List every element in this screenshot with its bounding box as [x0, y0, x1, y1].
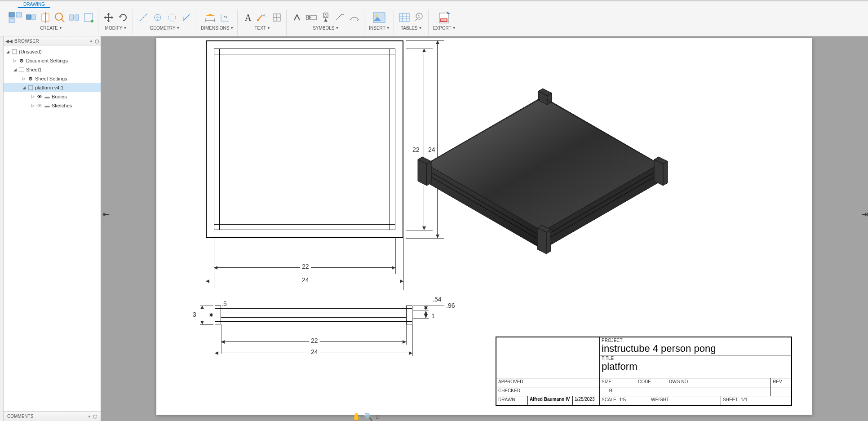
svg-text:xy: xy: [224, 14, 227, 18]
base-view-icon[interactable]: [8, 10, 22, 25]
table-text-icon[interactable]: [271, 12, 283, 23]
folder-icon: ▬: [44, 93, 50, 100]
dim-side-24[interactable]: 24: [309, 348, 320, 355]
group-modify: MODIFY▼: [99, 9, 133, 35]
comments-header[interactable]: COMMENTS ▢: [4, 411, 101, 421]
group-label-text[interactable]: TEXT▼: [255, 26, 270, 31]
centerline-icon[interactable]: [137, 12, 149, 23]
section-view-icon[interactable]: [40, 12, 51, 23]
detail-view-icon[interactable]: [54, 12, 66, 23]
surface-texture-icon[interactable]: [291, 12, 303, 23]
feature-frame-icon[interactable]: [306, 12, 317, 23]
tb-title-label: TITLE: [602, 356, 789, 361]
tree-platform[interactable]: ◢ platform v4:1: [4, 83, 101, 92]
dim-side-54[interactable]: .54: [433, 296, 441, 303]
tb-project-label: PROJECT: [602, 338, 789, 343]
top-view[interactable]: [206, 40, 403, 238]
gear-icon: ⚙: [18, 58, 25, 64]
projected-view-icon[interactable]: [25, 12, 37, 23]
dim-side-96[interactable]: .96: [446, 302, 455, 309]
dim-side-3[interactable]: 3: [193, 311, 196, 318]
group-label-symbols[interactable]: SYMBOLS▼: [313, 26, 339, 31]
table-icon[interactable]: [399, 12, 410, 23]
bend-icon[interactable]: [349, 12, 360, 23]
sketch-icon[interactable]: [83, 12, 94, 23]
dim-side-1[interactable]: 1: [431, 312, 435, 319]
left-handle[interactable]: [0, 36, 4, 421]
dim-top-22h[interactable]: 22: [300, 263, 311, 270]
tb-drawn-date[interactable]: 1/25/2023: [573, 396, 600, 405]
tb-project[interactable]: instructube 4 person pong: [602, 343, 789, 355]
drawing-sheet[interactable]: 22 24 22 24 3: [156, 38, 812, 415]
browser-header[interactable]: ◀◀ BROWSER ▢: [4, 36, 101, 46]
tree-root[interactable]: ◢ (Unsaved): [4, 47, 101, 56]
zoom-window-icon[interactable]: ⌕: [376, 412, 380, 421]
group-label-geometry[interactable]: GEOMETRY▼: [150, 26, 180, 31]
leader-icon[interactable]: A: [257, 12, 268, 23]
centermark-icon[interactable]: [152, 12, 164, 23]
export-pdf-icon[interactable]: PDF: [437, 10, 452, 25]
svg-text:1: 1: [418, 14, 420, 19]
dimension-icon[interactable]: [204, 12, 216, 23]
svg-rect-0: [9, 13, 14, 17]
weld-icon[interactable]: [334, 12, 346, 23]
break-view-icon[interactable]: [68, 12, 80, 23]
side-view[interactable]: 3 .5 .54 .96 1 2: [208, 292, 460, 364]
gear-icon: ⚙: [27, 75, 34, 82]
next-sheet-icon[interactable]: ⇥: [861, 209, 868, 219]
svg-text:A: A: [263, 13, 266, 18]
group-geometry: GEOMETRY▼: [134, 9, 196, 35]
zoom-icon[interactable]: 🔍: [364, 412, 373, 421]
browser-close-icon[interactable]: ▢: [95, 39, 99, 44]
tb-size[interactable]: B: [609, 388, 612, 393]
svg-rect-10: [75, 15, 79, 20]
tab-drawing[interactable]: DRAWING: [18, 2, 50, 8]
balloon-icon[interactable]: 1: [413, 12, 425, 23]
eye-icon[interactable]: 👁: [36, 93, 43, 100]
tb-checked: CHECKED: [498, 388, 520, 393]
edge-extension-icon[interactable]: [181, 12, 192, 23]
tree-sketches[interactable]: ▷ 👁 ▬ Sketches: [4, 101, 101, 110]
svg-rect-3: [27, 15, 31, 19]
rotate-icon[interactable]: [117, 12, 129, 23]
canvas[interactable]: ⇤ 22 24 22: [101, 36, 868, 421]
group-label-tables[interactable]: TABLES▼: [401, 26, 422, 31]
tb-sheet[interactable]: 1/1: [740, 397, 747, 402]
iso-view[interactable]: [408, 74, 678, 263]
collapse-icon[interactable]: ◀◀: [5, 39, 13, 44]
tree-sheet-settings[interactable]: ▷ ⚙ Sheet Settings: [4, 74, 101, 83]
view-tools: ✋ 🔍 ⌕: [352, 412, 380, 421]
svg-point-41: [375, 14, 378, 17]
svg-line-13: [140, 14, 147, 21]
eye-off-icon[interactable]: 👁: [36, 102, 43, 109]
tb-drawn-by[interactable]: Alfred Baumann IV: [528, 396, 573, 405]
group-label-insert[interactable]: INSERT▼: [369, 26, 390, 31]
text-icon[interactable]: A: [242, 12, 254, 23]
group-label-export[interactable]: EXPORT▼: [433, 26, 456, 31]
move-icon[interactable]: [103, 12, 115, 23]
svg-line-8: [62, 19, 64, 22]
pan-icon[interactable]: ✋: [352, 412, 361, 421]
tree-sheet1[interactable]: ◢ Sheet1: [4, 65, 101, 74]
tree-bodies[interactable]: ▷ 👁 ▬ Bodies: [4, 92, 101, 101]
centermark-pattern-icon[interactable]: [166, 12, 178, 23]
datum-icon[interactable]: A: [320, 12, 332, 23]
tree-doc-settings[interactable]: ▷ ⚙ Document Settings: [4, 56, 101, 65]
title-block[interactable]: PROJECT instructube 4 person pong TITLE …: [496, 337, 792, 406]
group-label-dimensions[interactable]: DIMENSIONS▼: [201, 26, 234, 31]
prev-sheet-icon[interactable]: ⇤: [102, 209, 109, 219]
svg-point-17: [168, 14, 176, 21]
insert-image-icon[interactable]: [372, 10, 386, 25]
ordinate-dim-icon[interactable]: xy: [219, 12, 230, 23]
dim-side-22[interactable]: 22: [309, 337, 320, 344]
group-export: PDF EXPORT▼: [430, 9, 460, 35]
group-label-modify[interactable]: MODIFY▼: [105, 26, 127, 31]
group-tables: 1 TABLES▼: [395, 9, 429, 35]
dim-side-0-5[interactable]: .5: [221, 300, 227, 307]
browser-options-icon[interactable]: [90, 40, 92, 42]
tb-scale[interactable]: 1:5: [619, 397, 626, 402]
svg-point-26: [257, 19, 259, 21]
dim-top-24h[interactable]: 24: [300, 276, 311, 284]
tb-title[interactable]: platform: [602, 361, 789, 372]
group-label-create[interactable]: CREATE▼: [40, 26, 62, 31]
